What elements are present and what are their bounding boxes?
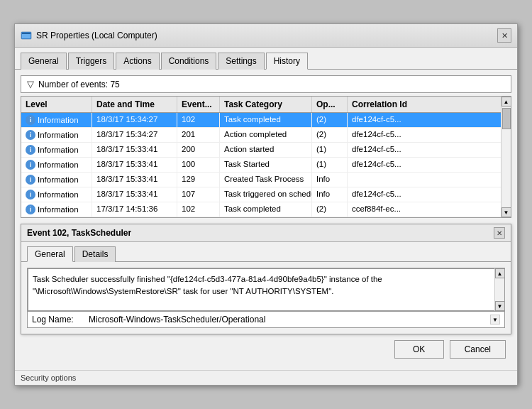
td-level: iInformation [21,158,92,172]
td-correlation [348,173,419,187]
td-op: (1) [312,143,348,157]
table-row[interactable]: iInformation18/3/17 15:34:27102Task comp… [21,113,501,128]
window-title: SR Properties (Local Computer) [36,31,157,40]
table-row[interactable]: iInformation17/3/17 14:51:36102Task comp… [21,202,501,217]
log-name-value: Microsoft-Windows-TaskScheduler/Operatio… [89,315,265,325]
level-text: Information [38,146,79,154]
td-correlation: dfe124cf-c5... [348,187,419,202]
info-icon: i [26,115,35,125]
tab-settings[interactable]: Settings [218,53,264,70]
td-category: Action completed [220,128,312,142]
sub-close-button[interactable]: ✕ [494,227,505,239]
col-level: Level [21,97,92,112]
log-name-label: Log Name: [32,315,89,325]
tab-actions[interactable]: Actions [116,53,159,70]
table-row[interactable]: iInformation18/3/17 15:33:41107Task trig… [21,187,501,202]
td-level: iInformation [21,113,92,127]
main-window: SR Properties (Local Computer) ✕ General… [14,23,518,386]
table-row[interactable]: iInformation18/3/17 15:33:41200Action st… [21,143,501,158]
cancel-button[interactable]: Cancel [450,340,506,359]
table-scrollbar[interactable]: ▲ ▼ [501,97,511,217]
sub-tab-bar: General Details [21,242,511,262]
log-name-row: Log Name: Microsoft-Windows-TaskSchedule… [27,312,505,328]
tab-general[interactable]: General [21,53,67,70]
td-op: (2) [312,128,348,142]
button-area: OK Cancel [21,334,511,364]
td-level: iInformation [21,202,92,217]
td-event: 100 [177,158,220,172]
col-category: Task Category [220,97,312,112]
level-text: Information [38,131,79,139]
sub-window-title: Event 102, TaskScheduler [27,228,131,238]
col-date: Date and Time [92,97,177,112]
info-icon: i [26,145,35,155]
window-icon [21,30,32,41]
td-event: 129 [177,173,220,187]
filter-bar: ▽ Number of events: 75 [21,75,511,93]
security-options-text: Security options [21,373,76,382]
td-date: 17/3/17 14:51:36 [92,202,177,217]
info-icon: i [26,190,35,200]
svg-rect-2 [22,33,31,34]
desc-scroll-down[interactable]: ▼ [495,301,505,311]
level-text: Information [38,205,79,214]
info-icon: i [26,160,35,170]
td-level: iInformation [21,173,92,187]
description-scrollbar[interactable]: ▲ ▼ [494,268,504,311]
td-op: Info [312,173,348,187]
desc-scroll-up[interactable]: ▲ [495,268,505,278]
td-event: 201 [177,128,220,142]
sub-title-bar: Event 102, TaskScheduler ✕ [21,224,511,242]
td-op: (2) [312,202,348,217]
td-op: Info [312,187,348,202]
col-correlation: Correlation Id [348,97,419,112]
table-row[interactable]: iInformation18/3/17 15:34:27201Action co… [21,128,501,143]
info-icon: i [26,204,35,214]
sub-tab-details[interactable]: Details [74,246,116,262]
tab-triggers[interactable]: Triggers [68,53,115,70]
td-correlation: ccef884f-ec... [348,202,419,217]
tab-history[interactable]: History [266,53,308,70]
sub-tab-general[interactable]: General [27,246,73,262]
info-icon: i [26,130,35,140]
title-bar: SR Properties (Local Computer) ✕ [15,24,517,48]
td-event: 102 [177,202,220,217]
td-date: 18/3/17 15:34:27 [92,113,177,127]
ok-button[interactable]: OK [394,340,444,359]
filter-text: Number of events: 75 [38,80,120,89]
td-category: Action started [220,143,312,157]
events-table: Level Date and Time Event... Task Catego… [21,96,511,218]
info-icon: i [26,175,35,185]
td-correlation: dfe124cf-c5... [348,113,419,127]
level-text: Information [38,160,79,169]
scroll-thumb[interactable] [502,108,511,129]
table-row[interactable]: iInformation18/3/17 15:33:41129Created T… [21,173,501,187]
close-button[interactable]: ✕ [497,28,511,43]
scroll-up-arrow[interactable]: ▲ [501,97,511,107]
scroll-down-arrow[interactable]: ▼ [501,207,511,217]
svg-rect-1 [22,33,31,38]
td-date: 18/3/17 15:33:41 [92,143,177,157]
table-header: Level Date and Time Event... Task Catego… [21,97,501,113]
filter-icon: ▽ [27,79,34,89]
td-correlation: dfe124cf-c5... [348,128,419,142]
td-event: 200 [177,143,220,157]
td-category: Task completed [220,202,312,217]
td-event: 107 [177,187,220,202]
description-container: Task Scheduler successfully finished "{d… [27,268,505,312]
tab-conditions[interactable]: Conditions [161,53,217,70]
event-description: Task Scheduler successfully finished "{d… [28,268,504,311]
sub-content: Task Scheduler successfully finished "{d… [21,262,511,334]
table-row[interactable]: iInformation18/3/17 15:33:41100Task Star… [21,158,501,173]
event-detail-window: Event 102, TaskScheduler ✕ General Detai… [21,224,511,334]
td-level: iInformation [21,143,92,157]
td-date: 18/3/17 15:33:41 [92,187,177,202]
td-date: 18/3/17 15:34:27 [92,128,177,142]
td-op: (2) [312,113,348,127]
td-date: 18/3/17 15:33:41 [92,173,177,187]
col-op: Op... [312,97,348,112]
td-level: iInformation [21,187,92,202]
log-scroll-down[interactable]: ▼ [490,315,500,325]
td-op: (1) [312,158,348,172]
td-level: iInformation [21,128,92,142]
